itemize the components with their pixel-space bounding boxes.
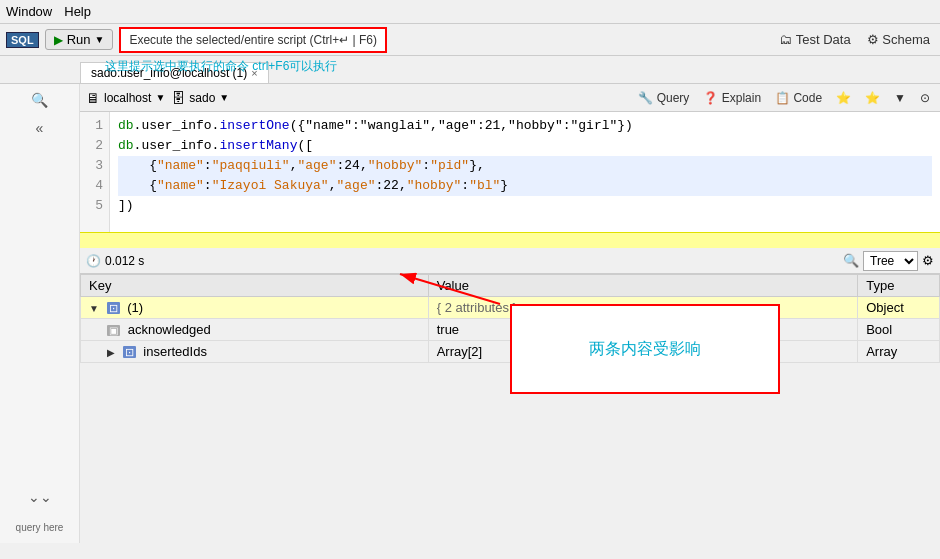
menu-bar: Window Help bbox=[0, 0, 940, 24]
schema-button[interactable]: ⚙ Schema bbox=[863, 30, 934, 49]
row3-key: ▶ ⊡ insertedIds bbox=[81, 341, 429, 363]
results-time: 🕐 0.012 s bbox=[86, 254, 144, 268]
host-label: localhost bbox=[104, 91, 151, 105]
clock-icon: 🕐 bbox=[86, 254, 101, 268]
schema-label: Schema bbox=[882, 32, 930, 47]
main-area: 🔍 « ⌄⌄ query here 🖥 localhost ▼ 🗄 sado ▼… bbox=[0, 84, 940, 543]
schema-icon: ⚙ bbox=[867, 32, 879, 47]
sidebar-collapse-icon[interactable]: « bbox=[25, 116, 55, 140]
code-line-1: db.user_info.insertOne({"name":"wanglai"… bbox=[118, 116, 932, 136]
host-selector[interactable]: 🖥 localhost ▼ bbox=[86, 90, 165, 106]
col-key: Key bbox=[81, 275, 429, 297]
host-dropdown-icon[interactable]: ▼ bbox=[155, 92, 165, 103]
toolbar-wrapper: SQL ▶ Run ▼ Execute the selected/entire … bbox=[0, 24, 940, 56]
menu-item-help[interactable]: Help bbox=[64, 4, 91, 19]
tab-main[interactable]: sado:user_info@localhost (1) × bbox=[80, 62, 269, 83]
yellow-bar bbox=[80, 232, 940, 248]
sub-toolbar: 🖥 localhost ▼ 🗄 sado ▼ 🔧 Query ❓ Explain… bbox=[80, 84, 940, 112]
sidebar-chevron-down-icon[interactable]: ⌄⌄ bbox=[25, 485, 55, 509]
key-icon-2: ▣ bbox=[107, 325, 120, 336]
code-content[interactable]: db.user_info.insertOne({"name":"wanglai"… bbox=[110, 112, 940, 232]
menu-item-window[interactable]: Window bbox=[6, 4, 52, 19]
run-label: Run bbox=[67, 32, 91, 47]
row1-type: Object bbox=[858, 297, 940, 319]
db-icon: 🗄 bbox=[171, 90, 185, 106]
key-icon-3: ⊡ bbox=[123, 346, 136, 358]
expand-icon-1[interactable]: ▼ bbox=[89, 303, 99, 314]
code-line-2: db.user_info.insertMany([ bbox=[118, 136, 932, 156]
sidebar: 🔍 « ⌄⌄ query here bbox=[0, 84, 80, 543]
col-type: Type bbox=[858, 275, 940, 297]
row2-key: ▣ acknowledged bbox=[81, 319, 429, 341]
more-button[interactable]: ⊙ bbox=[916, 90, 934, 106]
settings-icon[interactable]: ⚙ bbox=[922, 253, 934, 268]
editor-panel: 🖥 localhost ▼ 🗄 sado ▼ 🔧 Query ❓ Explain… bbox=[80, 84, 940, 543]
sql-icon: SQL bbox=[6, 32, 39, 48]
results-right: 🔍 Tree Table Text ⚙ bbox=[843, 251, 934, 271]
run-button[interactable]: ▶ Run ▼ bbox=[45, 29, 114, 50]
db-label: sado bbox=[189, 91, 215, 105]
code-line-5: ]) bbox=[118, 196, 932, 216]
code-editor[interactable]: 1 2 3 4 5 db.user_info.insertOne({"name"… bbox=[80, 112, 940, 232]
tab-close-button[interactable]: × bbox=[251, 67, 257, 79]
tab-bar: sado:user_info@localhost (1) × bbox=[0, 56, 940, 84]
bookmark-button[interactable]: ⭐ bbox=[832, 90, 855, 106]
view-mode-select[interactable]: Tree Table Text bbox=[863, 251, 918, 271]
sidebar-search-icon[interactable]: 🔍 bbox=[25, 88, 55, 112]
toolbar: SQL ▶ Run ▼ Execute the selected/entire … bbox=[0, 24, 940, 56]
row1-key: ▼ ⊡ (1) bbox=[81, 297, 429, 319]
toolbar-right: 🗂 Test Data ⚙ Schema bbox=[775, 30, 934, 49]
svg-line-1 bbox=[400, 274, 500, 304]
results-toolbar: 🕐 0.012 s 🔍 Tree Table Text ⚙ bbox=[80, 248, 940, 274]
arrow-svg bbox=[390, 269, 510, 309]
search-icon[interactable]: 🔍 bbox=[843, 253, 859, 268]
row2-type: Bool bbox=[858, 319, 940, 341]
dropdown-button[interactable]: ▼ bbox=[890, 90, 910, 106]
annotation-text: 两条内容受影响 bbox=[589, 339, 701, 360]
results-container: 🕐 0.012 s 🔍 Tree Table Text ⚙ bbox=[80, 248, 940, 363]
code-line-3: {"name":"paqqiuli","age":24,"hobby":"pid… bbox=[118, 156, 932, 176]
code-button[interactable]: 📋 Code bbox=[771, 90, 826, 106]
db-dropdown-icon[interactable]: ▼ bbox=[219, 92, 229, 103]
query-button[interactable]: 🔧 Query bbox=[634, 90, 693, 106]
line-numbers: 1 2 3 4 5 bbox=[80, 112, 110, 232]
results-table-wrapper: Key Value Type ▼ ⊡ (1) { 2 attri bbox=[80, 274, 940, 363]
annotation-box: 两条内容受影响 bbox=[510, 304, 780, 394]
annotation-wrapper: 两条内容受影响 bbox=[510, 304, 780, 394]
exec-hint-text: Execute the selected/entire script (Ctrl… bbox=[129, 33, 377, 47]
row3-type: Array bbox=[858, 341, 940, 363]
bookmark2-button[interactable]: ⭐ bbox=[861, 90, 884, 106]
testdata-icon: 🗂 bbox=[779, 32, 792, 47]
sub-toolbar-right: 🔧 Query ❓ Explain 📋 Code ⭐ ⭐ ▼ ⊙ bbox=[634, 90, 934, 106]
explain-button[interactable]: ❓ Explain bbox=[699, 90, 765, 106]
run-dropdown-arrow[interactable]: ▼ bbox=[94, 34, 104, 45]
test-data-label: Test Data bbox=[796, 32, 851, 47]
expand-icon-3[interactable]: ▶ bbox=[107, 347, 115, 358]
key-icon-1: ⊡ bbox=[107, 302, 120, 314]
sidebar-query-label: query here bbox=[16, 521, 64, 535]
host-icon: 🖥 bbox=[86, 90, 100, 106]
code-line-4: {"name":"Izayoi Sakuya","age":22,"hobby"… bbox=[118, 176, 932, 196]
results-time-value: 0.012 s bbox=[105, 254, 144, 268]
tab-label: sado:user_info@localhost (1) bbox=[91, 66, 247, 80]
db-selector[interactable]: 🗄 sado ▼ bbox=[171, 90, 229, 106]
play-icon: ▶ bbox=[54, 33, 63, 47]
test-data-button[interactable]: 🗂 Test Data bbox=[775, 30, 854, 49]
exec-hint-box: Execute the selected/entire script (Ctrl… bbox=[119, 27, 387, 53]
